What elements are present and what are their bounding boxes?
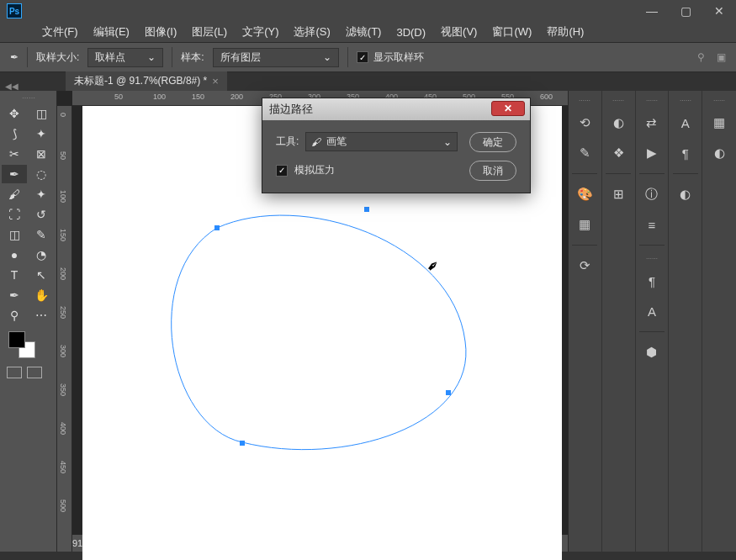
sample-label: 样本: — [181, 50, 204, 65]
menu-edit[interactable]: 编辑(E) — [93, 24, 130, 40]
path-select-tool[interactable]: ↖ — [29, 266, 54, 284]
close-tab-icon[interactable]: × — [212, 75, 219, 87]
cancel-button[interactable]: 取消 — [469, 161, 516, 181]
hand-tool[interactable]: ✋ — [29, 286, 54, 304]
eraser-tool[interactable]: ✎ — [29, 225, 54, 244]
collapse-icon[interactable]: ◀◀ — [5, 82, 19, 91]
show-ring-checkbox[interactable]: ✓ — [357, 51, 368, 63]
menu-window[interactable]: 窗口(W) — [492, 24, 532, 40]
type-tool[interactable]: T — [2, 266, 27, 284]
menu-file[interactable]: 文件(F) — [42, 24, 78, 40]
crop-tool[interactable]: ✂ — [2, 145, 27, 163]
simulate-pressure-checkbox[interactable]: ✓ — [276, 165, 288, 177]
marquee-tool[interactable]: ◫ — [29, 104, 54, 123]
extra-tool[interactable]: ⋯ — [29, 306, 54, 325]
info-panel-icon[interactable]: ⓘ — [642, 184, 662, 204]
zoom-tool[interactable]: ⚲ — [2, 306, 27, 325]
menu-filter[interactable]: 滤镜(T) — [346, 24, 382, 40]
dialog-title: 描边路径 — [269, 102, 313, 117]
history-brush-tool[interactable]: ↺ — [29, 205, 54, 224]
sample-size-label: 取样大小: — [36, 50, 79, 65]
libraries-icon[interactable]: ▦ — [709, 113, 729, 133]
close-window-button[interactable]: ✕ — [702, 0, 736, 22]
stamp-tool[interactable]: ⛶ — [2, 205, 27, 224]
eyedropper-tool[interactable]: ✒ — [2, 165, 27, 183]
tool-label: 工具: — [276, 135, 299, 149]
ok-button[interactable]: 确定 — [469, 132, 516, 152]
sample-dropdown[interactable]: 所有图层⌄ — [213, 48, 339, 67]
search-icon[interactable]: ⚲ — [697, 51, 705, 63]
menu-layer[interactable]: 图层(L) — [192, 24, 227, 40]
play-icon[interactable]: ▶ — [642, 143, 662, 163]
gradient-tool[interactable]: ◫ — [2, 225, 27, 244]
marquee-circle-tool[interactable]: ◌ — [29, 165, 54, 183]
color-panel-icon[interactable]: 🎨 — [575, 184, 595, 204]
foreground-swatch[interactable] — [8, 331, 25, 348]
menu-select[interactable]: 选择(S) — [294, 24, 330, 40]
character-style-icon[interactable]: ≡ — [642, 214, 662, 235]
frame-tool[interactable]: ⊠ — [29, 145, 54, 163]
app-logo: Ps — [7, 3, 22, 18]
brush-icon: 🖌 — [311, 136, 321, 148]
quickmask-icon[interactable] — [7, 367, 22, 378]
toolbox: ⋯⋯ ✥ ◫ ⟆ ✦ ✂ ⊠ ✒ ◌ 🖌 ✦ ⛶ ↺ ◫ ✎ ● ◔ T ↖ ✒… — [0, 91, 57, 552]
adjustments-icon[interactable]: ◐ — [608, 113, 628, 133]
quick-select-tool[interactable]: ✦ — [29, 124, 54, 143]
dialog-close-button[interactable]: ✕ — [491, 101, 525, 116]
screenmode-icon[interactable] — [27, 367, 42, 378]
ruler-vertical: 0 50 100 150 200 250 300 350 400 450 500 — [57, 106, 72, 552]
paragraph-style-icon[interactable]: ¶ — [642, 271, 662, 291]
workspace-icon[interactable]: ▣ — [717, 51, 726, 63]
dodge-tool[interactable]: ◔ — [29, 246, 54, 264]
menu-view[interactable]: 视图(V) — [441, 24, 477, 40]
menu-type[interactable]: 文字(Y) — [242, 24, 278, 40]
menu-image[interactable]: 图像(I) — [145, 24, 177, 40]
sample-size-dropdown[interactable]: 取样点⌄ — [87, 48, 163, 67]
tool-dropdown[interactable]: 🖌 画笔 ⌄ — [305, 132, 458, 151]
styles-panel-icon[interactable]: ◐ — [675, 184, 696, 204]
glyphs-icon[interactable]: ⇄ — [642, 113, 662, 133]
show-ring-label: 显示取样环 — [373, 50, 424, 65]
document-tab[interactable]: 未标题-1 @ 91.7%(RGB/8#) * × — [66, 71, 227, 91]
menu-3d[interactable]: 3D(D) — [396, 26, 426, 39]
layers-panel-icon[interactable]: ❖ — [608, 143, 628, 163]
blur-tool[interactable]: ● — [2, 246, 27, 264]
simulate-pressure-label: 模拟压力 — [294, 163, 335, 177]
stroke-path-dialog: 描边路径 ✕ 工具: 🖌 画笔 ⌄ ✓ 模拟压力 确定 取消 — [262, 98, 531, 193]
type-a-icon[interactable]: A — [675, 113, 696, 133]
menu-help[interactable]: 帮助(H) — [547, 24, 584, 40]
actions-panel-icon[interactable]: ⟳ — [575, 256, 595, 276]
pen-tool[interactable]: ✒ — [2, 286, 27, 304]
transform-icon[interactable]: ⊞ — [608, 184, 628, 204]
history-panel-icon[interactable]: ⟲ — [575, 113, 595, 133]
maximize-button[interactable]: ▢ — [669, 0, 702, 22]
3d-panel-icon[interactable]: ⬢ — [642, 342, 662, 362]
brush-tool[interactable]: 🖌 — [2, 185, 27, 203]
spot-tool[interactable]: ✦ — [29, 185, 54, 203]
move-tool[interactable]: ✥ — [2, 104, 27, 123]
minimize-button[interactable]: — — [635, 0, 669, 22]
character-panel-icon[interactable]: A — [642, 301, 662, 321]
paragraph-icon[interactable]: ¶ — [675, 143, 696, 163]
gradient-panel-icon[interactable]: ◐ — [709, 143, 729, 163]
eyedropper-icon: ✒ — [10, 51, 19, 63]
swatches-panel-icon[interactable]: ▦ — [575, 214, 595, 235]
brush-settings-icon[interactable]: ✎ — [575, 143, 595, 163]
lasso-tool[interactable]: ⟆ — [2, 124, 27, 143]
